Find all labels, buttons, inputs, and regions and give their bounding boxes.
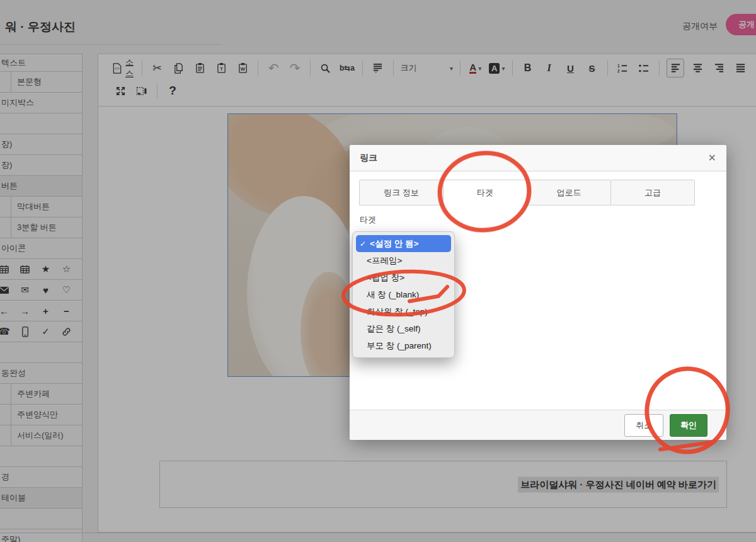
dialog-footer: 취소 확인	[350, 410, 726, 440]
tab-advanced[interactable]: 고급	[610, 180, 695, 205]
target-option-parent[interactable]: ✓부모 창 (_parent)	[353, 337, 454, 354]
close-icon[interactable]: ✕	[708, 152, 716, 164]
tab-upload[interactable]: 업로드	[527, 180, 611, 205]
target-option-frame[interactable]: ✓<프레임>	[353, 252, 454, 269]
target-field-label: 타겟	[360, 214, 376, 226]
target-option-popup[interactable]: ✓<팝업 창>	[353, 269, 454, 286]
dialog-header: 링크 ✕	[350, 145, 726, 171]
target-option-top[interactable]: ✓최상위 창 (_top)	[353, 303, 454, 320]
ok-button[interactable]: 확인	[670, 414, 707, 437]
target-option-blank[interactable]: ✓새 창 (_blank)	[353, 286, 454, 303]
tab-target[interactable]: 타겟	[443, 180, 527, 205]
dialog-title: 링크	[360, 153, 377, 164]
cancel-button[interactable]: 취소	[624, 414, 663, 437]
app-root: 워 · 우정사진 공개여부 공개 텍스트 본문형 미지박스 장) 장) 버튼 막…	[0, 0, 756, 542]
target-select-popup: ✓<설정 안 됨> ✓<프레임> ✓<팝업 창> ✓새 창 (_blank) ✓…	[352, 231, 455, 358]
check-icon: ✓	[356, 239, 370, 248]
dialog-tabs: 링크 정보 타겟 업로드 고급	[359, 180, 694, 205]
target-option-self[interactable]: ✓같은 창 (_self)	[353, 320, 454, 337]
tab-link-info[interactable]: 링크 정보	[359, 180, 444, 205]
target-option-not-set[interactable]: ✓<설정 안 됨>	[356, 235, 451, 252]
